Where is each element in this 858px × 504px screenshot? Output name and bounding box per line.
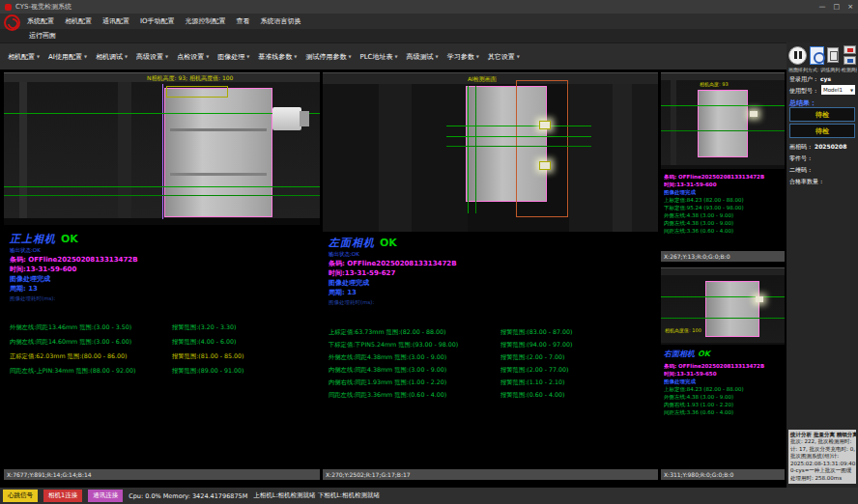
statusbar: 心跳信号 相机1连接 通讯连接 Cpu: 0.0% Memory: 3424.4…	[0, 488, 858, 504]
alarm-range-text: 报警范围:(89.00 - 91.00)	[172, 367, 244, 374]
overlay-line-horizontal	[446, 136, 591, 137]
close-button[interactable]: ×	[847, 3, 853, 11]
mini-button-stack	[844, 45, 856, 65]
tool-button[interactable]	[827, 47, 839, 63]
product-detail	[170, 128, 267, 131]
camera-name: 左面相机	[329, 237, 375, 249]
toolbar-item-spot-check[interactable]: 点检设置▼	[177, 52, 209, 62]
camera-view-top[interactable]: N相机高度: 93; 相机高度值: 100	[4, 72, 320, 225]
measurement-row: 下标定值:下PIN5.24mm 范围:(93.00 - 98.00)报警范围:(…	[329, 338, 658, 350]
maximize-button[interactable]: □	[834, 3, 841, 11]
alarm-range-text: 报警范围:(1.10 - 2.10)	[500, 378, 565, 385]
barcode-text: 条码: OFFline2025020813313472B	[664, 173, 785, 181]
toolbar-item-test-disable-params[interactable]: 测试停用参数▼	[305, 52, 351, 62]
measurement-row: 上标定值:63.73mm 范围:(82.00 - 88.00)报警范围:(83.…	[329, 325, 658, 338]
menu-item-io-manual-config[interactable]: IO手动配置	[140, 16, 175, 26]
measurement-list-top: 外侧左线:间距13.46mm 范围:(3.00 - 3.50)报警范围:(3.2…	[10, 320, 320, 378]
measurement-row: 间距左线:间距3.36mm 范围:(0.60 - 4.00)报警范围:(0.60…	[329, 388, 658, 401]
result-info-front: 左面相机OK 输出状态:OK 条码: OFFline20250208133134…	[329, 238, 656, 307]
connector-part	[272, 107, 301, 130]
measurement-list-front: 上标定值:63.73mm 范围:(82.00 - 88.00)报警范围:(83.…	[329, 325, 658, 401]
menu-item-comm-config[interactable]: 通讯配置	[102, 16, 129, 26]
barcode-text: 条码: OFFline2025020813313472B	[664, 362, 785, 370]
measurement-text: 内侧右线:间距1.93mm 范围:(1.00 - 2.20)	[329, 376, 500, 388]
toolbar-item-baseline-params[interactable]: 基准线参数▼	[258, 52, 297, 62]
model-select[interactable]: Model1▼	[821, 85, 855, 95]
image-overlay-text: AI检测画面	[468, 75, 497, 84]
measurement-text: 上标定值:84.23 (82.00 - 88.00)	[664, 385, 785, 393]
result-ok-label: OK	[380, 237, 397, 249]
cpu-memory-text: Cpu: 0.0% Memory: 3424.41796875M	[129, 492, 247, 500]
login-user-value: cys	[820, 75, 831, 82]
titlebar[interactable]: CYS-视觉检测系统 — □ ×	[0, 0, 858, 14]
minimize-button[interactable]: —	[819, 3, 826, 11]
alarm-range-text: 报警范围:(4.00 - 6.00)	[172, 338, 237, 345]
time-text: 时间:13-31-59-650	[664, 370, 785, 378]
measurement-text: 上标定值:84.23 (82.00 - 88.00)	[664, 196, 785, 204]
field-label: 合格率数量：	[789, 178, 824, 184]
window-title: CYS-视觉检测系统	[15, 2, 72, 12]
settings-mini-button[interactable]	[844, 56, 856, 65]
overlay-line-horizontal	[661, 296, 785, 297]
camera-capture-button[interactable]	[810, 46, 824, 65]
toolbar-item-advanced-settings[interactable]: 高级设置▼	[136, 52, 168, 62]
toolbar-item-camera-config[interactable]: 相机配置▼	[8, 52, 40, 62]
menu-item-camera-config[interactable]: 相机配置	[65, 16, 92, 26]
login-user-row: 登录用户：cys	[789, 75, 857, 84]
field-row: 画相码：20250208	[789, 143, 857, 152]
chevron-down-icon: ▼	[84, 54, 87, 59]
toolbar-item-learning-params[interactable]: 学习参数▼	[447, 52, 479, 62]
camera-view-front[interactable]: AI检测画面	[323, 72, 658, 232]
camera-view-preview-2[interactable]: 相机高度值: 100	[661, 267, 785, 345]
barcode-text: 条码: OFFline2025020813313472B	[10, 255, 318, 265]
toolbar-item-image-processing[interactable]: 图像处理▼	[217, 52, 249, 62]
toolbar-item-plc-address-table[interactable]: PLC地址表▼	[359, 52, 397, 62]
pixel-coord-readout: X:267;Y:13;R:0;G:0;B:0	[661, 251, 785, 262]
field-label: 零件号：	[789, 154, 813, 161]
measurement-text: 间距左线:3.36 (0.60 - 4.00)	[664, 408, 785, 416]
chevron-down-icon: ▼	[395, 54, 398, 59]
menubar: 系统配置 相机配置 通讯配置 IO手动配置 光源控制配置 查看 系统语言切换	[0, 14, 858, 29]
field-row: 合格率数量：	[789, 178, 857, 186]
chevron-down-icon: ▼	[476, 54, 479, 59]
overlay-line-horizontal	[661, 318, 785, 319]
measurement-text: 下标定值:下PIN5.24mm 范围:(93.00 - 98.00)	[329, 338, 500, 350]
toolbar-item-other-settings[interactable]: 其它设置▼	[488, 52, 520, 62]
stop-mini-button[interactable]	[844, 45, 856, 54]
chevron-down-icon: ▼	[37, 54, 40, 59]
overlay-line-horizontal	[446, 146, 591, 147]
camera-result-row: 右面相机OK	[664, 349, 710, 359]
led-spot	[750, 111, 758, 117]
chevron-down-icon: ▼	[246, 54, 249, 59]
tab-run-screen[interactable]: 运行画面	[29, 31, 56, 41]
display-mode-caption: 画面排列方式: 训练两列·检测两列	[788, 67, 857, 72]
measurement-text: 外侧左线:间距13.46mm 范围:(3.00 - 3.50)	[10, 320, 172, 334]
pause-button[interactable]	[788, 46, 807, 65]
overlay-line-vertical	[475, 86, 476, 213]
toolbar-item-ai-config[interactable]: AI使用配置▼	[48, 52, 87, 62]
menu-item-light-control-config[interactable]: 光源控制配置	[186, 16, 226, 26]
measurement-text: 内侧左线:间距14.60mm 范围:(3.00 - 6.00)	[10, 334, 172, 349]
cycle-text: 周期: 13	[10, 284, 318, 294]
login-user-label: 登录用户：	[789, 75, 818, 82]
measurement-row: 内侧左线:间距14.60mm 范围:(3.00 - 6.00)报警范围:(4.0…	[10, 334, 320, 349]
toolbar-item-advanced-test[interactable]: 高级测试▼	[407, 52, 439, 62]
menu-item-view[interactable]: 查看	[237, 16, 250, 26]
product-region	[705, 281, 759, 337]
output-status: 输出状态:OK	[329, 249, 656, 259]
time-text: 时间:13-31-59-600	[10, 265, 318, 274]
camera-view-preview-1[interactable]: 相机高度: 93	[661, 72, 785, 169]
pixel-coord-readout: X:7677;Y:891;R:14;G:14;B:14	[4, 469, 320, 480]
alarm-range-text: 报警范围:(2.00 - 7.00)	[500, 353, 565, 360]
alarm-range-text: 报警范围:(83.00 - 87.00)	[500, 328, 573, 335]
measurement-text: 上标定值:63.73mm 范围:(82.00 - 88.00)	[329, 325, 500, 338]
pixel-coord-readout: X:270;Y:2502;R:17;G:17;B:17	[323, 469, 658, 480]
roi-box-orange	[516, 80, 568, 217]
menu-item-system-config[interactable]: 系统配置	[27, 16, 54, 26]
control-button-row	[788, 44, 856, 66]
menu-item-language-switch[interactable]: 系统语言切换	[261, 16, 301, 26]
machinery-band	[661, 72, 785, 80]
overlay-line-horizontal	[446, 126, 591, 126]
toolbar-item-camera-debug[interactable]: 相机调试▼	[96, 52, 128, 62]
product-region	[698, 90, 748, 157]
